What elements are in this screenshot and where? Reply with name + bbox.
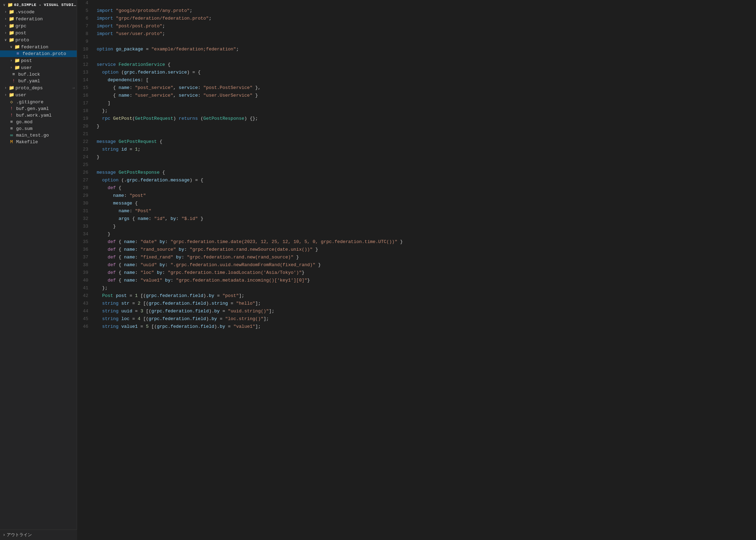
- sidebar-item-bufgenyaml[interactable]: ! buf.gen.yaml: [0, 105, 77, 112]
- sidebar-label-gitignore: .gitignore: [16, 99, 77, 105]
- table-row: 6import "grpc/federation/federation.prot…: [77, 15, 756, 23]
- sidebar-item-proto-user[interactable]: › 📁 user: [0, 64, 77, 71]
- sidebar-item-proto-deps[interactable]: › 📁 proto_deps →: [0, 84, 77, 91]
- line-number: 27: [77, 177, 94, 185]
- sidebar-item-proto-post[interactable]: › 📁 post: [0, 57, 77, 64]
- grpc-arrow: ›: [3, 24, 8, 28]
- line-number: 32: [77, 216, 94, 223]
- sidebar-root[interactable]: ∨ 📁 02_SIMPLE - Visual Studio Code: [0, 1, 77, 8]
- table-row: 4: [77, 0, 756, 8]
- sidebar-label-federation-proto: federation.proto: [22, 51, 77, 56]
- line-content: service FederationService {: [94, 62, 756, 69]
- line-content: string id = 1;: [94, 146, 756, 154]
- sidebar-item-user[interactable]: › 📁 user: [0, 91, 77, 98]
- sidebar-item-grpc[interactable]: › 📁 grpc: [0, 22, 77, 29]
- table-row: 18 };: [77, 108, 756, 116]
- line-content: rpc GetPost(GetPostRequest) returns (Get…: [94, 116, 756, 123]
- line-content: { name: "post_service", service: "post.P…: [94, 85, 756, 92]
- line-number: 34: [77, 231, 94, 239]
- line-number: 25: [77, 162, 94, 169]
- yaml-icon: !: [8, 106, 15, 111]
- table-row: 36 def { name: "rand_source" by: "grpc.f…: [77, 247, 756, 254]
- line-number: 26: [77, 169, 94, 177]
- line-number: 38: [77, 262, 94, 270]
- sidebar-item-proto-bufyaml[interactable]: ! buf.yaml: [0, 78, 77, 84]
- line-number: 10: [77, 46, 94, 54]
- table-row: 46 string value1 = 5 [(grpc.federation.f…: [77, 324, 756, 331]
- sidebar-label-post: post: [15, 30, 77, 36]
- line-content: def { name: "rand_source" by: "grpc.fede…: [94, 247, 756, 254]
- line-content: [94, 131, 756, 139]
- table-row: 21: [77, 131, 756, 139]
- line-content: { name: "user_service", service: "user.U…: [94, 92, 756, 100]
- folder-icon: 📁: [8, 23, 15, 29]
- table-row: 23 string id = 1;: [77, 146, 756, 154]
- go-icon: ∞: [8, 133, 15, 138]
- table-row: 35 def { name: "date" by: "grpc.federati…: [77, 239, 756, 247]
- sidebar-item-proto[interactable]: ∨ 📁 proto: [0, 36, 77, 43]
- sidebar-item-federation-proto[interactable]: ≡ federation.proto: [0, 50, 77, 57]
- table-row: 26message GetPostResponse {: [77, 169, 756, 177]
- line-number: 40: [77, 277, 94, 285]
- sidebar-item-gomod[interactable]: ≡ go.mod: [0, 119, 77, 125]
- sidebar-item-vscode[interactable]: › 📁 .vscode: [0, 8, 77, 15]
- line-content: message GetPostResponse {: [94, 169, 756, 177]
- line-content: }: [94, 154, 756, 162]
- vscode-arrow: ›: [3, 10, 8, 14]
- line-content: string str = 2 [(grpc.federation.field).…: [94, 300, 756, 308]
- table-row: 30 message {: [77, 200, 756, 208]
- line-number: 13: [77, 69, 94, 77]
- line-number: 29: [77, 193, 94, 200]
- folder-icon: 📁: [14, 58, 20, 63]
- folder-icon: 📁: [8, 92, 15, 98]
- yaml-icon: !: [8, 113, 15, 118]
- table-row: 27 option (.grpc.federation.message) = {: [77, 177, 756, 185]
- table-row: 12service FederationService {: [77, 62, 756, 69]
- line-number: 45: [77, 316, 94, 324]
- table-row: 34 }: [77, 231, 756, 239]
- proto-deps-arrow: ›: [3, 86, 8, 90]
- line-content: [94, 162, 756, 169]
- sidebar-item-gosum[interactable]: ≡ go.sum: [0, 125, 77, 132]
- sidebar-label-user: user: [15, 92, 77, 98]
- sidebar-item-post[interactable]: › 📁 post: [0, 29, 77, 36]
- sidebar-item-gitignore[interactable]: ◇ .gitignore: [0, 98, 77, 105]
- line-content: def { name: "fixed_rand" by: "grpc.feder…: [94, 254, 756, 262]
- line-number: 12: [77, 62, 94, 69]
- line-number: 21: [77, 131, 94, 139]
- sidebar-label-bufgenyaml: buf.gen.yaml: [16, 106, 77, 111]
- line-content: import "google/protobuf/any.proto";: [94, 8, 756, 15]
- table-row: 45 string loc = 4 [(grpc.federation.fiel…: [77, 316, 756, 324]
- bottom-bar[interactable]: › アウトライン: [0, 529, 77, 540]
- sidebar-item-proto-federation[interactable]: ∨ 📁 federation: [0, 43, 77, 50]
- table-row: 31 name: "Post": [77, 208, 756, 216]
- sidebar-item-federation[interactable]: › 📁 federation: [0, 15, 77, 22]
- folder-icon: 📁: [14, 44, 20, 50]
- table-row: 13 option (grpc.federation.service) = {: [77, 69, 756, 77]
- line-number: 16: [77, 92, 94, 100]
- sidebar-label-bufworkyaml: buf.work.yaml: [16, 113, 77, 118]
- sidebar-label-federation: federation: [15, 16, 77, 22]
- line-content: dependencies: [: [94, 77, 756, 85]
- proto-post-arrow: ›: [8, 59, 14, 63]
- sidebar-item-proto-buflock[interactable]: ≡ buf.lock: [0, 71, 77, 78]
- sidebar-root-label: 02_SIMPLE - Visual Studio Code: [14, 3, 77, 7]
- sidebar-item-bufworkyaml[interactable]: ! buf.work.yaml: [0, 112, 77, 119]
- line-content: [94, 54, 756, 62]
- line-number: 17: [77, 100, 94, 108]
- line-content: def { name: "loc" by: "grpc.federation.t…: [94, 270, 756, 277]
- table-row: 40 def { name: "value1" by: "grpc.federa…: [77, 277, 756, 285]
- line-content: option (grpc.federation.service) = {: [94, 69, 756, 77]
- root-arrow: ∨: [1, 3, 7, 7]
- sidebar-item-makefile[interactable]: M Makefile: [0, 139, 77, 145]
- table-row: 44 string uuid = 3 [(grpc.federation.fie…: [77, 308, 756, 316]
- makefile-icon: M: [8, 139, 15, 145]
- sidebar-item-maintestgo[interactable]: ∞ main_test.go: [0, 132, 77, 139]
- table-row: 14 dependencies: [: [77, 77, 756, 85]
- table-row: 28 def {: [77, 185, 756, 193]
- sidebar-label-maintestgo: main_test.go: [16, 133, 77, 138]
- table-row: 16 { name: "user_service", service: "use…: [77, 92, 756, 100]
- table-row: 9: [77, 39, 756, 46]
- sidebar-label-buflock: buf.lock: [18, 72, 77, 77]
- line-number: 11: [77, 54, 94, 62]
